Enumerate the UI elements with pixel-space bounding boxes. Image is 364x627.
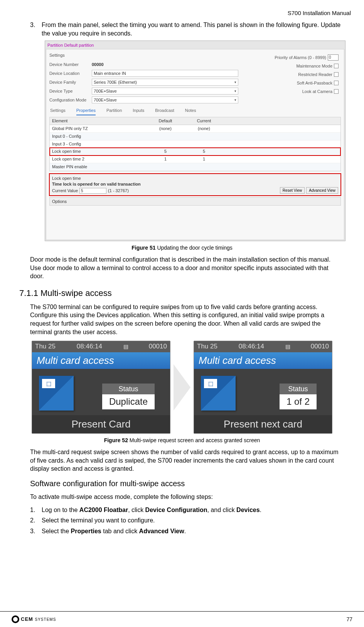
ts-footer: Present next card <box>194 415 332 433</box>
list-text: Select the terminal you want to configur… <box>42 516 349 525</box>
multiswipe-intro: The S700 terminal can be configured to r… <box>30 303 342 336</box>
window-title: Partition Default partition <box>46 42 344 49</box>
device-type-label: Device Type <box>49 88 92 94</box>
advanced-view-button[interactable]: Advanced View <box>306 187 338 194</box>
status-value: Duplicate <box>102 394 155 409</box>
tab-settings[interactable]: Settings <box>50 108 66 115</box>
detail-title: Lock open time <box>52 176 141 181</box>
list-item: 1. Log on to the AC2000 Floatbar, click … <box>30 506 349 514</box>
tab-properties[interactable]: Properties <box>76 108 96 115</box>
status-label: Status <box>280 384 317 394</box>
ts-time: 08:46:14 <box>77 342 102 351</box>
tab-partition[interactable]: Partition <box>106 108 122 115</box>
list-number: 2. <box>30 516 42 525</box>
soft-apb-checkbox[interactable] <box>334 81 339 85</box>
grid-header: Element Default Current <box>50 117 340 125</box>
table-row[interactable]: Input 0 - Config <box>50 133 340 140</box>
tab-bar: Settings Properties Partition Inputs Bro… <box>49 108 341 115</box>
right-options-column: Priority of Alarms (0 - 8999)0 Maintenan… <box>275 53 339 96</box>
ts-title: Multi card access <box>32 352 170 369</box>
maintenance-mode-checkbox[interactable] <box>334 64 339 68</box>
detail-panel: Lock open time Time lock is opened for o… <box>49 174 341 196</box>
network-icon: ▤ <box>285 343 290 350</box>
priority-label: Priority of Alarms (0 - 8999) <box>275 55 326 61</box>
detail-desc: Time lock is opened for on valid transac… <box>52 181 141 187</box>
figure-52-caption: Figure 52 Multi-swipe request screen and… <box>12 437 352 444</box>
col-element: Element <box>50 117 146 125</box>
ts-footer: Present Card <box>32 415 170 433</box>
look-camera-label: Look at Camera <box>302 89 332 95</box>
list-number: 3. <box>30 21 42 37</box>
figure-51-caption: Figure 51 Updating the door cycle timing… <box>12 244 352 252</box>
restricted-reader-label: Restricted Reader <box>298 72 332 78</box>
current-value-label: Current Value <box>52 188 78 194</box>
card-icon: ⬚ <box>39 376 74 411</box>
config-mode-label: Configuration Mode <box>49 97 92 103</box>
heading-7-1-1: 7.1.1 Multi-swipe access <box>19 287 352 299</box>
device-location-label: Device Location <box>49 71 92 76</box>
device-type-dropdown[interactable]: 700E+Slave <box>92 88 238 95</box>
chevron-right-icon <box>174 364 190 411</box>
list-text: Log on to the AC2000 Floatbar, click Dev… <box>42 506 349 514</box>
figure-52-wrap: Thu 25 08:46:14 ▤ 00010 Multi card acces… <box>30 341 334 434</box>
tab-notes[interactable]: Notes <box>185 108 196 115</box>
ts-time: 08:46:14 <box>239 342 264 351</box>
status-label: Status <box>102 384 155 394</box>
ts-date: Thu 25 <box>197 342 217 351</box>
table-row[interactable]: Master PIN enable <box>50 163 340 171</box>
footer-logo: CEM SYSTEMS <box>12 615 56 623</box>
col-default: Default <box>146 117 185 125</box>
status-value: 1 of 2 <box>280 394 317 409</box>
ts-id: 00010 <box>311 342 329 351</box>
table-row[interactable]: Lock open time55 <box>50 148 340 155</box>
doc-header: S700 Installation Manual <box>12 9 352 21</box>
list-number: 3. <box>30 527 42 536</box>
list-number: 1. <box>30 506 42 514</box>
ts-date: Thu 25 <box>35 342 56 351</box>
list-text: From the main panel, select the timing y… <box>42 21 349 37</box>
restricted-reader-checkbox[interactable] <box>334 72 339 77</box>
sw-config-intro: To activate multi-swipe access mode, com… <box>30 493 342 501</box>
list-item: 3. Select the Properties tab and click A… <box>30 527 349 536</box>
table-row[interactable]: Global PIN only TZ(none)(none) <box>50 125 340 133</box>
device-number-label: Device Number <box>49 62 92 68</box>
table-row[interactable]: Input 3 - Config <box>50 140 340 148</box>
options-bar: Options <box>49 197 341 206</box>
value-range: (1 - 32767) <box>108 188 129 194</box>
list-text: Select the Properties tab and click Adva… <box>42 527 349 536</box>
device-family-dropdown[interactable]: Series 700E (Ethernet) <box>92 79 238 86</box>
priority-input[interactable]: 0 <box>328 54 339 61</box>
properties-grid: Element Default Current Global PIN only … <box>49 117 341 171</box>
figure-51-screenshot: Partition Default partition Settings Dev… <box>45 41 345 241</box>
reset-view-button[interactable]: Reset View <box>280 187 305 194</box>
list-item: 2. Select the terminal you want to confi… <box>30 516 349 525</box>
device-location-field[interactable]: Main entrance IN <box>92 70 238 77</box>
network-icon: ▤ <box>123 343 128 350</box>
device-family-label: Device Family <box>49 79 92 85</box>
ts-id: 00010 <box>149 342 167 351</box>
list-item: 3. From the main panel, select the timin… <box>30 21 349 37</box>
col-current: Current <box>185 117 223 125</box>
look-camera-checkbox[interactable] <box>334 89 339 94</box>
heading-sw-config: Software configuration for multi-swipe a… <box>30 478 352 489</box>
card-icon: ⬚ <box>201 376 236 411</box>
page-footer: CEM SYSTEMS 77 <box>0 611 364 623</box>
door-mode-paragraph: Door mode is the default terminal config… <box>30 255 342 281</box>
tab-inputs[interactable]: Inputs <box>133 108 144 115</box>
terminal-screen-right: Thu 25 08:46:14 ▤ 00010 Multi card acces… <box>194 341 332 434</box>
config-mode-dropdown[interactable]: 700E+Slave <box>92 96 238 103</box>
device-number-value: 00000 <box>92 62 104 68</box>
logo-ring-icon <box>12 615 19 623</box>
page-number: 77 <box>346 616 352 623</box>
maintenance-mode-label: Maintenance Mode <box>296 63 332 69</box>
soft-apb-label: Soft Anti-Passback <box>297 80 332 86</box>
multiswipe-para-2: The multi-card request swipe screen show… <box>30 448 342 473</box>
current-value-input[interactable]: 5 <box>79 188 106 194</box>
tab-broadcast[interactable]: Broadcast <box>155 108 174 115</box>
ts-title: Multi card access <box>194 352 332 369</box>
terminal-screen-left: Thu 25 08:46:14 ▤ 00010 Multi card acces… <box>32 341 170 434</box>
table-row[interactable]: Lock open time 211 <box>50 155 340 163</box>
